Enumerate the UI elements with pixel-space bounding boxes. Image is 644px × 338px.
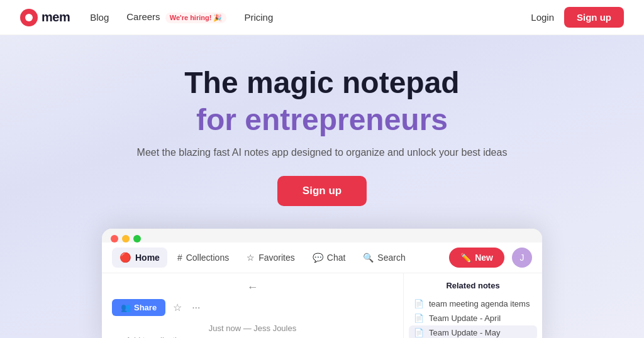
collections-icon: # [177,253,182,263]
app-toolbar: 👥 Share ☆ ··· [112,299,393,316]
app-nav-search[interactable]: 🔍 Search [355,248,413,267]
svg-point-0 [25,14,33,21]
more-button[interactable]: ··· [189,300,203,316]
window-chrome [102,229,542,243]
note-meta: Just now — Jess Joules [112,324,393,333]
hero-description: Meet the blazing fast AI notes app desig… [20,147,624,158]
chat-icon: 💬 [313,253,323,263]
star-button[interactable]: ☆ [170,299,184,316]
related-note-2[interactable]: 📄 Team Update - April [414,311,532,325]
logo-icon [20,9,38,26]
related-note-1[interactable]: 📄 team meeting agenda items [414,297,532,311]
app-nav: 🔴 Home # Collections ☆ Favorites 💬 Chat … [102,243,542,273]
back-button[interactable]: ← [112,281,393,294]
related-notes-title: Related notes [414,281,532,290]
file-icon-3: 📄 [414,328,424,337]
file-icon-1: 📄 [414,299,424,308]
new-button[interactable]: ✏️ New [449,248,504,268]
favorites-icon: ☆ [247,253,255,263]
add-collection-button[interactable]: + + Add to collection [112,335,393,338]
logo[interactable]: mem [20,9,70,26]
signup-hero-button[interactable]: Sign up [277,176,367,206]
avatar: J [512,248,532,268]
login-button[interactable]: Login [531,12,554,23]
app-nav-home[interactable]: 🔴 Home [112,248,167,268]
nav-pricing[interactable]: Pricing [244,12,273,23]
hero-title-line2: for entrepreneurs [20,102,624,137]
app-nav-favorites[interactable]: ☆ Favorites [239,248,303,267]
search-icon: 🔍 [363,253,374,263]
share-button[interactable]: 👥 Share [112,299,165,316]
hiring-badge: We're hiring! 🎉 [165,13,227,23]
hero-section: The magic notepad for entrepreneurs Meet… [0,35,644,338]
hero-title-line1: The magic notepad [20,65,624,100]
app-content: ← 👥 Share ☆ ··· Just now — Jess Joules +… [102,273,542,338]
nav-actions: Login Sign up [531,7,624,28]
app-preview: 🔴 Home # Collections ☆ Favorites 💬 Chat … [102,229,542,338]
related-notes-panel: Related notes 📄 team meeting agenda item… [404,273,542,338]
share-icon: 👥 [121,303,131,312]
nav-blog[interactable]: Blog [90,12,109,23]
nav-links: Blog Careers We're hiring! 🎉 Pricing [90,11,531,23]
app-nav-collections[interactable]: # Collections [170,248,236,267]
nav-careers[interactable]: Careers We're hiring! 🎉 [126,11,226,23]
signup-nav-button[interactable]: Sign up [564,7,624,28]
navbar: mem Blog Careers We're hiring! 🎉 Pricing… [0,0,644,35]
logo-text: mem [42,10,70,25]
edit-icon: ✏️ [460,253,471,263]
home-icon: 🔴 [119,252,131,263]
dot-green [133,235,141,243]
app-nav-chat[interactable]: 💬 Chat [305,248,353,267]
dot-red [111,235,118,243]
file-icon-2: 📄 [414,313,424,323]
related-note-3[interactable]: 📄 Team Update - May [409,325,537,338]
plus-icon: + [112,335,117,338]
app-main: ← 👥 Share ☆ ··· Just now — Jess Joules +… [102,273,404,338]
hero-colored-word: entrepreneurs [245,103,448,136]
dot-yellow [122,235,130,243]
